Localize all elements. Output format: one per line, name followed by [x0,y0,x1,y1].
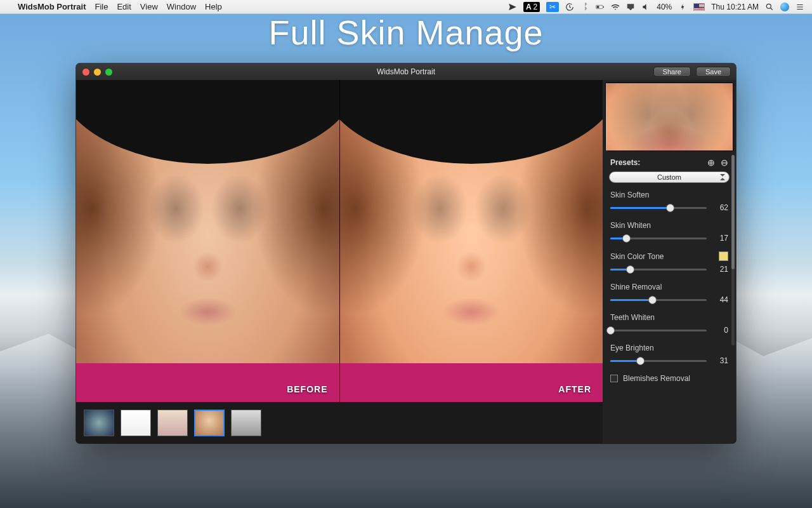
desktop-wallpaper: WidsMob Portrait File Edit View Window H… [0,0,812,508]
menubar-clock[interactable]: Thu 10:21 AM [711,3,759,11]
slider-label: Teeth Whiten [610,313,655,322]
location-icon[interactable] [508,3,517,11]
scrollbar-thumb[interactable] [731,155,735,269]
slider-track[interactable] [610,265,707,274]
tone-swatch[interactable] [719,251,728,261]
thumbnail[interactable] [84,410,114,436]
before-pane[interactable]: BEFORE [76,80,339,402]
remove-preset-icon[interactable]: ⊖ [721,157,728,168]
after-pane[interactable]: AFTER [340,80,603,402]
menubar-app-name[interactable]: WidsMob Portrait [18,2,86,11]
presets-label: Presets: [610,158,640,167]
blemishes-removal-checkbox[interactable]: Blemishes Removal [610,374,728,383]
svg-rect-1 [603,6,604,7]
save-button[interactable]: Save [696,67,731,77]
checkbox-label: Blemishes Removal [623,374,690,383]
airplay-icon[interactable] [626,3,635,11]
window-titlebar[interactable]: WidsMob Portrait Share Save [76,64,736,80]
slider-track[interactable] [610,234,707,243]
slider-skin-color-tone: Skin Color Tone21 [610,251,728,274]
face-preview[interactable] [605,83,733,151]
slider-track[interactable] [610,326,707,335]
adjustments-panel: Presets: ⊕ ⊖ Custom Skin Soften62Skin Wh… [603,80,736,443]
slider-value: 31 [713,356,728,365]
panel-scrollbar[interactable] [731,155,735,345]
battery-icon[interactable] [596,3,605,11]
minimize-window-button[interactable] [94,69,101,76]
slider-track[interactable] [610,295,707,304]
macos-menubar: WidsMob Portrait File Edit View Window H… [0,0,812,14]
svg-rect-2 [597,6,599,8]
menu-help[interactable]: Help [205,2,222,11]
slider-skin-whiten: Skin Whiten17 [610,221,728,243]
menu-file[interactable]: File [95,2,108,11]
slider-shine-removal: Shine Removal44 [610,283,728,304]
slider-label: Eye Brighten [610,344,654,352]
window-title: WidsMob Portrait [76,67,736,76]
volume-icon[interactable] [641,3,650,11]
slider-eye-brighten: Eye Brighten31 [610,344,728,365]
slider-label: Skin Soften [610,190,649,199]
slider-knob[interactable] [626,265,634,274]
slider-label: Skin Color Tone [610,252,664,261]
spotlight-icon[interactable] [765,3,774,11]
share-button[interactable]: Share [653,67,691,77]
slider-teeth-whiten: Teeth Whiten0 [610,313,728,335]
thumbnail[interactable] [157,410,188,436]
notification-center-icon[interactable] [796,3,804,11]
input-flag-us-icon[interactable] [693,3,705,11]
close-window-button[interactable] [82,69,89,76]
slider-knob[interactable] [606,326,615,335]
menu-edit[interactable]: Edit [117,2,131,11]
bluetooth-icon[interactable] [580,3,589,11]
menu-view[interactable]: View [140,2,158,11]
preset-dropdown[interactable]: Custom [609,171,730,183]
zoom-window-button[interactable] [105,69,112,76]
overlay-title: Full Skin Manage [0,13,812,52]
slider-track[interactable] [610,356,707,365]
slider-knob[interactable] [666,204,674,212]
before-label: BEFORE [287,384,327,394]
app-window: WidsMob Portrait Share Save BEFORE [76,64,736,443]
slider-label: Skin Whiten [610,221,651,230]
slider-value: 62 [713,203,728,212]
checkbox-box[interactable] [610,375,618,382]
thumbnail-strip [76,402,603,443]
adobe-badge[interactable]: A2 [523,2,540,12]
slider-knob[interactable] [648,296,657,304]
slider-track[interactable] [610,203,707,212]
slider-value: 21 [713,265,728,274]
thumbnail[interactable] [231,410,261,436]
slider-label: Shine Removal [610,283,662,291]
slider-value: 0 [713,326,728,335]
slider-knob[interactable] [636,357,645,365]
battery-percent[interactable]: 40% [657,3,672,11]
snip-tool-icon[interactable]: ✂ [546,2,559,12]
wifi-icon[interactable] [611,3,620,11]
after-label: AFTER [558,384,591,394]
add-preset-icon[interactable]: ⊕ [707,157,715,168]
thumbnail[interactable] [121,410,151,436]
menubar-extra-icon[interactable] [780,3,789,11]
charging-icon [678,3,687,11]
before-after-viewer: BEFORE AFTER [76,80,603,443]
slider-knob[interactable] [622,234,631,243]
time-machine-icon[interactable] [565,3,574,11]
svg-point-3 [766,4,771,8]
slider-value: 44 [713,295,728,304]
thumbnail-selected[interactable] [194,410,225,436]
menu-window[interactable]: Window [167,2,196,11]
slider-skin-soften: Skin Soften62 [610,190,728,212]
preset-value: Custom [657,173,681,181]
slider-value: 17 [713,234,728,243]
